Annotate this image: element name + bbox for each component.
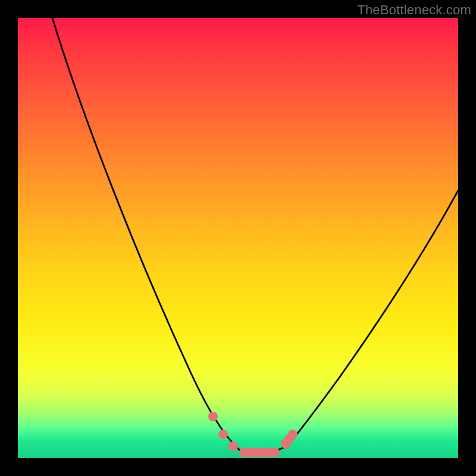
marker-cluster bbox=[208, 412, 298, 457]
svg-point-2 bbox=[228, 441, 238, 451]
watermark-text: TheBottleneck.com bbox=[357, 2, 471, 18]
chart-frame: TheBottleneck.com bbox=[0, 0, 476, 476]
svg-rect-3 bbox=[239, 448, 280, 457]
v-curve bbox=[52, 18, 458, 453]
svg-point-0 bbox=[208, 412, 218, 421]
plot-area bbox=[18, 18, 458, 458]
svg-point-6 bbox=[288, 430, 298, 439]
svg-point-1 bbox=[218, 430, 228, 439]
chart-svg bbox=[18, 18, 458, 458]
